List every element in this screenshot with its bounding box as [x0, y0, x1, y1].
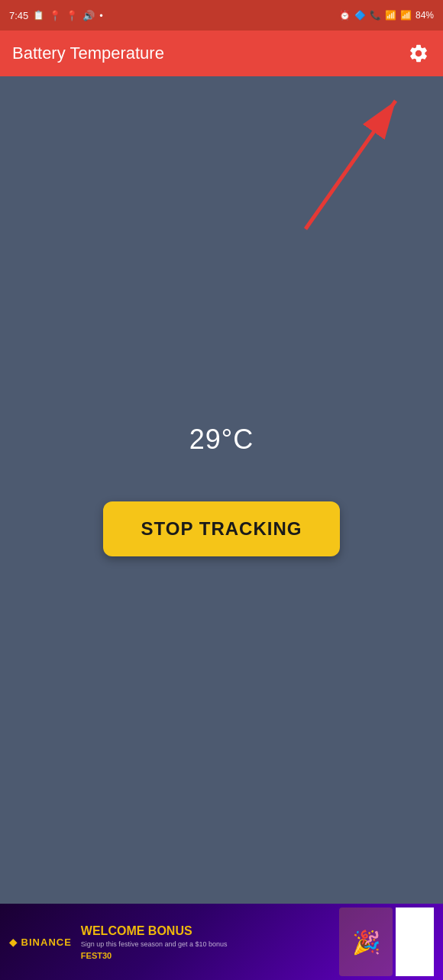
ad-banner[interactable]: ◆ BINANCE WELCOME BONUS Sign up this fes…: [0, 904, 443, 980]
ad-headline: WELCOME BONUS: [81, 924, 339, 938]
stop-tracking-button[interactable]: STOP TRACKING: [103, 501, 341, 556]
status-bar: 7:45 📋 📍 📍 🔊 • ⏰ 🔷 📞 📶 📶 84%: [0, 0, 443, 31]
ad-white-box: [396, 907, 434, 976]
status-right: ⏰ 🔷 📞 📶 📶 84%: [339, 10, 434, 21]
sim-icon: 📋: [33, 10, 44, 21]
ad-headline-part1: WELCOME: [81, 924, 148, 937]
phone-icon: 📞: [370, 10, 381, 21]
ad-text-block: WELCOME BONUS Sign up this festive seaso…: [81, 924, 339, 960]
ad-promo-code: FEST30: [81, 951, 339, 960]
dot-icon: •: [99, 10, 103, 21]
binance-logo: ◆ BINANCE: [9, 936, 72, 948]
settings-button[interactable]: [406, 41, 431, 66]
wifi-icon: 📶: [385, 10, 396, 21]
main-content: 29°C STOP TRACKING: [0, 76, 443, 904]
app-bar: Battery Temperature: [0, 31, 443, 76]
ad-headline-highlight: BONUS: [148, 924, 192, 937]
alarm-icon: ⏰: [339, 10, 351, 21]
gear-icon: [408, 43, 429, 64]
temperature-display: 29°C: [189, 424, 254, 456]
wifi-calling-icon: 🔊: [82, 10, 95, 21]
app-title: Battery Temperature: [12, 44, 164, 63]
arrow-annotation: [283, 92, 405, 247]
battery-display: 84%: [416, 10, 434, 21]
svg-line-1: [306, 101, 396, 229]
status-left: 7:45 📋 📍 📍 🔊 •: [9, 10, 103, 21]
bluetooth-icon: 🔷: [354, 10, 366, 21]
signal-icon: 📶: [400, 10, 412, 21]
location-icon: 📍: [49, 10, 61, 21]
time-display: 7:45: [9, 10, 28, 21]
ad-figure: 🎉: [339, 907, 393, 976]
ad-subtext: Sign up this festive season and get a $1…: [81, 940, 339, 949]
binance-logo-text: ◆ BINANCE: [9, 936, 72, 948]
location-icon-2: 📍: [66, 10, 78, 21]
ad-figure-image: 🎉: [352, 929, 380, 956]
